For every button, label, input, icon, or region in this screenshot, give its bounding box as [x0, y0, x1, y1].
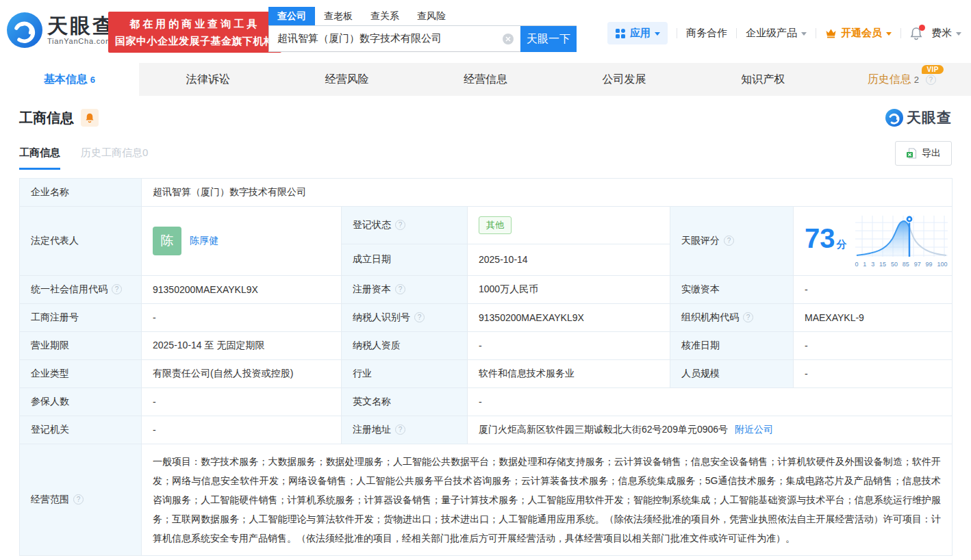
tab-legal[interactable]: 法律诉讼 [139, 63, 278, 96]
help-icon[interactable]: ? [724, 236, 734, 246]
avatar[interactable]: 陈 [153, 227, 181, 255]
tab-operation-risk[interactable]: 经营风险 [277, 63, 416, 96]
field-value: 其他 [468, 207, 670, 244]
score-number: 73 [805, 223, 835, 253]
tab-history-info[interactable]: VIP 历史信息 2 ? [832, 63, 971, 96]
search-input[interactable] [268, 26, 520, 52]
field-label: 法定代表人 [20, 207, 142, 276]
top-header: 天眼查 TianYanCha.com 都在用的商业查询工具 国家中小企业发展子基… [0, 0, 971, 63]
nav-apps[interactable]: 应用 [607, 22, 668, 44]
field-value: 有限责任公司(自然人投资或控股) [142, 360, 342, 388]
field-label: 登记机关 [20, 416, 142, 444]
nav-user[interactable]: 费米 [931, 27, 961, 40]
tab-label: 历史信息 [868, 73, 911, 87]
field-label: 经营范围? [20, 444, 142, 556]
help-icon[interactable]: ? [112, 284, 122, 294]
field-value: - [468, 388, 953, 416]
field-value: - [794, 276, 953, 304]
clear-search-icon[interactable] [503, 34, 514, 47]
help-icon[interactable]: ? [743, 312, 753, 322]
notifications-bell[interactable] [910, 27, 922, 40]
tab-label: 知识产权 [741, 73, 785, 87]
help-icon[interactable]: ? [414, 312, 425, 322]
score-axis-labels: 0131550859799100 [855, 261, 948, 268]
tab-count: 6 [90, 75, 95, 85]
field-value: 软件和信息技术服务业 [468, 360, 670, 388]
bell-icon [85, 112, 94, 123]
nearby-companies-link[interactable]: 附近公司 [735, 424, 773, 435]
divider [816, 28, 816, 38]
notification-dot [919, 25, 925, 31]
table-row: 登记机关 - 注册地址? 厦门火炬高新区软件园三期诚毅北大街62号209单元09… [20, 416, 953, 444]
help-icon[interactable]: ? [926, 75, 936, 85]
nav-cooperation[interactable]: 商务合作 [686, 27, 727, 40]
field-label-text: 天眼评分 [681, 235, 720, 246]
vip-badge: VIP [922, 65, 944, 74]
help-icon[interactable]: ? [395, 220, 405, 230]
field-label: 统一社会信用代码? [20, 276, 142, 304]
export-button[interactable]: 导出 [895, 141, 952, 166]
table-row: 参保人数 - 英文名称 - [20, 388, 953, 416]
field-label-text: 注册资本 [353, 283, 391, 294]
tab-intellectual-property[interactable]: 知识产权 [694, 63, 833, 96]
search-tab-boss[interactable]: 查老板 [315, 7, 362, 25]
field-label: 纳税人识别号? [342, 304, 468, 332]
nav-user-label: 费米 [931, 27, 952, 40]
field-label: 成立日期 [342, 244, 468, 275]
field-value: 2025-10-14 [468, 244, 670, 275]
nav-vip[interactable]: 开通会员 [825, 27, 892, 40]
table-row: 营业期限 2025-10-14 至 无固定期限 纳税人资质 - 核准日期 - [20, 332, 953, 360]
logo-subtitle: TianYanCha.com [47, 37, 115, 45]
tab-count: 2 [914, 75, 919, 85]
promo-line2: 国家中小企业发展子基金旗下机构 [115, 32, 275, 49]
score-unit: 分 [837, 238, 847, 250]
field-label: 组织机构代码? [670, 304, 794, 332]
tab-operation-info[interactable]: 经营信息 [416, 63, 555, 96]
field-label-text: 经营范围 [31, 494, 69, 505]
chevron-down-icon [801, 32, 807, 36]
field-value: - [142, 304, 342, 332]
field-label: 登记状态? [342, 207, 468, 244]
legal-rep-link[interactable]: 陈厚健 [190, 235, 218, 247]
search-tab-company[interactable]: 查公司 [268, 7, 315, 25]
search-button[interactable]: 天眼一下 [520, 26, 577, 52]
search-area: 查公司 查老板 查关系 查风险 天眼一下 [268, 7, 577, 52]
table-row: 经营范围? 一般项目：数字技术服务；大数据服务；数据处理服务；人工智能公共数据平… [20, 444, 953, 556]
subscribe-bell-button[interactable] [81, 109, 99, 127]
field-value: - [468, 332, 670, 360]
legal-rep-cell: 陈 陈厚健 [142, 207, 342, 276]
main-tabbar: 基本信息 6 法律诉讼 经营风险 经营信息 公司发展 知识产权 VIP 历史信息… [0, 63, 971, 96]
field-value: 1000万人民币 [468, 276, 670, 304]
watermark-label: 天眼查 [907, 108, 952, 127]
field-label-text: 登记状态 [353, 219, 391, 230]
tianyancha-logo[interactable]: 天眼查 TianYanCha.com [7, 12, 115, 48]
nav-cooperation-label: 商务合作 [686, 27, 727, 40]
score-distribution-chart: 0131550859799100 [855, 214, 948, 268]
field-label: 实缴资本 [670, 276, 794, 304]
excel-icon [906, 148, 917, 159]
search-tab-relation[interactable]: 查关系 [362, 7, 408, 25]
nav-enterprise[interactable]: 企业级产品 [746, 27, 807, 40]
field-label: 注册资本? [342, 276, 468, 304]
company-name-value: 超讯智算（厦门）数字技术有限公司 [142, 179, 953, 207]
field-value: 91350200MAEXAYKL9X [142, 276, 342, 304]
tab-company-development[interactable]: 公司发展 [555, 63, 694, 96]
address-value: 厦门火炬高新区软件园三期诚毅北大街62号209单元0906号 [479, 424, 728, 435]
subtab-business-info[interactable]: 工商信息 [19, 147, 60, 170]
field-label: 工商注册号 [20, 304, 142, 332]
field-label: 行业 [342, 360, 468, 388]
subtab-history-business-info[interactable]: 历史工商信息0 [81, 147, 148, 170]
tab-label: 公司发展 [603, 73, 646, 87]
status-badge: 其他 [479, 216, 512, 234]
search-tab-risk[interactable]: 查风险 [408, 7, 455, 25]
field-label: 企业类型 [20, 360, 142, 388]
help-icon[interactable]: ? [73, 494, 84, 505]
field-label: 企业名称 [20, 179, 142, 207]
table-row: 统一社会信用代码? 91350200MAEXAYKL9X 注册资本? 1000万… [20, 276, 953, 304]
help-icon[interactable]: ? [395, 424, 405, 435]
chevron-down-icon [655, 32, 660, 36]
tianyancha-logo-icon [885, 109, 903, 127]
logo-title: 天眼查 [47, 15, 115, 37]
help-icon[interactable]: ? [395, 284, 405, 294]
tab-basic-info[interactable]: 基本信息 6 [0, 63, 139, 96]
